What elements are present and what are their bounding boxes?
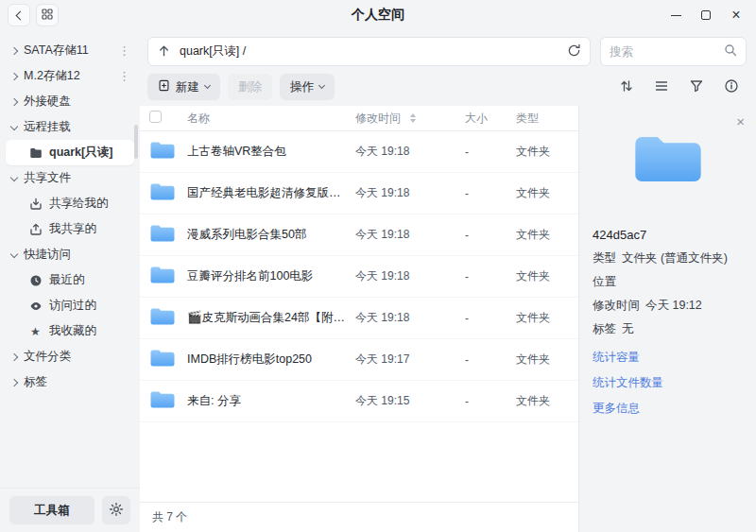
- delete-button[interactable]: 删除: [228, 74, 272, 100]
- item-count: 共 7 个: [152, 509, 187, 525]
- sidebar-item-shared-with-me[interactable]: 共享给我的: [0, 191, 140, 216]
- file-name: 来自: 分享: [187, 393, 355, 409]
- field-value: 今天 19:12: [645, 299, 702, 313]
- settings-button[interactable]: [102, 496, 130, 524]
- actions-button[interactable]: 操作: [280, 74, 335, 100]
- header-size[interactable]: 大小: [465, 111, 516, 127]
- chevron-right-icon: [10, 97, 18, 105]
- sidebar-item-tags[interactable]: 标签: [0, 369, 140, 395]
- info-button[interactable]: [720, 76, 743, 98]
- sidebar-item-shared-files[interactable]: 共享文件: [0, 165, 140, 191]
- file-size: -: [465, 146, 516, 159]
- more-icon[interactable]: ⋮: [116, 43, 132, 58]
- stat-file-count-link[interactable]: 统计文件数量: [593, 376, 743, 390]
- table-row[interactable]: 上古卷轴VR整合包 今天 19:18 - 文件夹: [140, 131, 578, 173]
- header-modified[interactable]: 修改时间: [355, 111, 465, 127]
- titlebar: 个人空间 ×: [0, 0, 756, 30]
- content: SATA存储11 ⋮ M.2存储12 ⋮ 外接硬盘 远程挂载: [0, 30, 756, 532]
- close-button[interactable]: ×: [724, 4, 748, 26]
- sidebar-item-remote-mount[interactable]: 远程挂载: [0, 114, 140, 140]
- refresh-button[interactable]: [567, 43, 581, 60]
- close-icon: ×: [736, 113, 745, 129]
- chevron-down-icon: [10, 122, 18, 129]
- app-window: 个人空间 × SATA存储11 ⋮ M.2存储12 ⋮: [0, 0, 756, 532]
- sidebar-item-label: 最近的: [49, 272, 132, 288]
- table-row[interactable]: IMDB排行榜电影top250 今天 19:17 - 文件夹: [140, 339, 578, 381]
- refresh-icon: [567, 43, 581, 60]
- file-size: -: [465, 187, 516, 200]
- new-button[interactable]: 新建: [147, 74, 220, 100]
- sidebar-item-label: SATA存储11: [24, 43, 110, 59]
- new-button-label: 新建: [176, 79, 199, 95]
- share-received-icon: [28, 197, 43, 211]
- path-row: quark[只读] /: [140, 30, 756, 72]
- file-modified: 今天 19:18: [355, 268, 465, 284]
- arrow-up-icon: [157, 43, 171, 60]
- sidebar-item-external-drive[interactable]: 外接硬盘: [0, 89, 140, 114]
- sidebar-item-visited[interactable]: 访问过的: [0, 293, 140, 318]
- field-label: 标签: [593, 322, 616, 336]
- file-modified: 今天 19:17: [355, 352, 465, 368]
- go-up-button[interactable]: [157, 43, 171, 60]
- file-type: 文件夹: [516, 393, 571, 409]
- more-info-link[interactable]: 更多信息: [593, 402, 743, 416]
- header-type[interactable]: 类型: [516, 111, 571, 127]
- view-list-button[interactable]: [650, 76, 673, 98]
- sidebar: SATA存储11 ⋮ M.2存储12 ⋮ 外接硬盘 远程挂载: [0, 30, 140, 532]
- path-bar[interactable]: quark[只读] /: [147, 37, 591, 66]
- titlebar-nav: [8, 4, 59, 26]
- table-row[interactable]: 来自: 分享 今天 19:15 - 文件夹: [140, 381, 578, 422]
- maximize-button[interactable]: [694, 4, 718, 26]
- table-row[interactable]: 豆瓣评分排名前100电影 今天 19:18 - 文件夹: [140, 256, 578, 298]
- window-controls: ×: [663, 4, 748, 26]
- details-close-button[interactable]: ×: [732, 111, 748, 132]
- toolbox-button[interactable]: 工具箱: [9, 496, 94, 524]
- back-button[interactable]: [8, 4, 30, 26]
- field-value: 无: [622, 322, 634, 336]
- file-modified: 今天 19:18: [355, 144, 465, 160]
- view-tools: [615, 76, 743, 98]
- stat-capacity-link[interactable]: 统计容量: [593, 351, 743, 365]
- folder-icon: [149, 192, 176, 205]
- table-row[interactable]: 🎬皮克斯动画合集24部【附短片】311GB 今天 19:18 - 文件夹: [140, 298, 578, 339]
- sidebar-item-favorites[interactable]: ★ 我收藏的: [0, 318, 140, 344]
- file-table: 名称 修改时间 大小 类型 上古卷轴VR整合包 今天 19:18 - 文件: [140, 106, 578, 532]
- file-modified: 今天 19:18: [355, 227, 465, 243]
- header-name[interactable]: 名称: [187, 111, 355, 127]
- sidebar-item-label: M.2存储12: [24, 68, 110, 84]
- search-input[interactable]: [610, 45, 718, 59]
- sidebar-item-quick-access[interactable]: 快捷访问: [0, 242, 140, 267]
- table-row[interactable]: 国产经典老电影超清修复版50部 今天 19:18 - 文件夹: [140, 173, 578, 215]
- sidebar-item-quark[interactable]: quark[只读]: [6, 140, 134, 165]
- chevron-right-icon: [10, 378, 18, 386]
- grid-icon: [42, 9, 53, 23]
- select-all-checkbox[interactable]: [149, 111, 162, 123]
- sort-button[interactable]: [615, 76, 638, 98]
- sidebar-item-shared-by-me[interactable]: 我共享的: [0, 216, 140, 242]
- file-size: -: [465, 312, 516, 325]
- minimize-button[interactable]: [663, 4, 688, 26]
- field-label: 修改时间: [593, 299, 640, 313]
- sidebar-item-recent[interactable]: 最近的: [0, 267, 140, 293]
- chevron-left-icon: [16, 10, 26, 20]
- current-path: quark[只读] /: [180, 43, 558, 60]
- table-row[interactable]: 漫威系列电影合集50部 今天 19:18 - 文件夹: [140, 215, 578, 256]
- field-value: 文件夹 (普通文件夹): [622, 251, 728, 266]
- sidebar-item-label: 标签: [24, 374, 132, 390]
- filter-icon: [689, 78, 704, 96]
- header-modified-label: 修改时间: [355, 111, 401, 127]
- sidebar-item-m2-storage-12[interactable]: M.2存储12 ⋮: [0, 63, 140, 89]
- field-label: 位置: [593, 275, 616, 289]
- info-icon: [724, 78, 739, 96]
- sidebar-item-label: 访问过的: [49, 298, 132, 314]
- history-eye-icon: [28, 300, 43, 313]
- more-icon[interactable]: ⋮: [116, 69, 132, 83]
- filter-button[interactable]: [685, 76, 708, 98]
- sidebar-item-file-categories[interactable]: 文件分类: [0, 344, 140, 369]
- sidebar-scrollbar[interactable]: [134, 125, 138, 159]
- maximize-icon: [701, 10, 711, 20]
- sort-arrows-icon[interactable]: [410, 113, 416, 123]
- file-modified: 今天 19:15: [355, 393, 465, 409]
- apps-grid-button[interactable]: [36, 4, 59, 26]
- sidebar-item-sata-storage-11[interactable]: SATA存储11 ⋮: [0, 38, 140, 63]
